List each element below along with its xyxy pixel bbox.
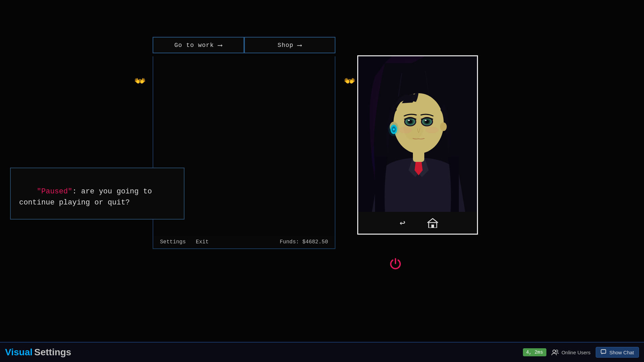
portrait-image (358, 56, 477, 212)
shop-arrow-icon: ⟶ (298, 41, 302, 49)
svg-point-20 (388, 123, 399, 136)
online-users-icon (551, 349, 559, 355)
svg-point-15 (425, 120, 427, 121)
back-arrow-icon: ↩ (400, 217, 406, 229)
nav-buttons-container: Go to work ⟶ Shop ⟶ (153, 37, 335, 53)
go-to-work-label: Go to work (174, 42, 214, 49)
go-to-work-button[interactable]: Go to work ⟶ (153, 37, 244, 53)
dialog-text: "Paused": are you going to continue play… (19, 175, 175, 219)
taskbar: VisualSettings 4, 2ms Online Users Show … (0, 342, 644, 362)
left-thumbs-icon: 👐 (134, 75, 146, 87)
svg-point-5 (404, 113, 424, 140)
portrait-back-button[interactable]: ↩ (394, 216, 411, 230)
portrait-panel: ↩ (357, 55, 478, 235)
portrait-home-button[interactable] (424, 216, 441, 230)
exit-link[interactable]: Exit (196, 239, 209, 245)
online-users-label: Online Users (561, 350, 591, 355)
game-bottom-bar: Settings Exit Funds: $4682.50 (153, 236, 335, 249)
dialog-highlight: "Paused" (37, 187, 72, 196)
power-icon[interactable] (388, 257, 403, 272)
svg-rect-25 (431, 225, 434, 228)
svg-rect-28 (601, 350, 606, 353)
app-name-visual: Visual (5, 347, 33, 357)
online-users-button[interactable]: Online Users (551, 349, 591, 355)
work-arrow-icon: ⟶ (218, 41, 222, 49)
funds-display: Funds: $4682.50 (280, 239, 328, 245)
shop-button[interactable]: Shop ⟶ (244, 37, 336, 53)
svg-point-22 (398, 127, 412, 133)
svg-point-10 (408, 120, 410, 121)
show-chat-label: Show Chat (609, 350, 634, 355)
taskbar-right: 4, 2ms Online Users Show Chat (523, 347, 639, 358)
app-name-settings: Settings (34, 347, 71, 357)
portrait-controls: ↩ (358, 212, 477, 234)
ping-badge: 4, 2ms (523, 348, 546, 356)
svg-point-26 (553, 350, 555, 353)
app-name: VisualSettings (5, 347, 71, 358)
right-thumbs-icon: 👐 (344, 75, 356, 87)
svg-point-21 (440, 122, 447, 131)
dialog-box: "Paused": are you going to continue play… (10, 168, 184, 220)
svg-point-27 (556, 350, 558, 352)
shop-label: Shop (278, 42, 293, 49)
show-chat-button[interactable]: Show Chat (596, 347, 639, 358)
chat-icon (601, 349, 607, 355)
settings-link[interactable]: Settings (160, 239, 186, 245)
svg-point-23 (425, 127, 439, 133)
